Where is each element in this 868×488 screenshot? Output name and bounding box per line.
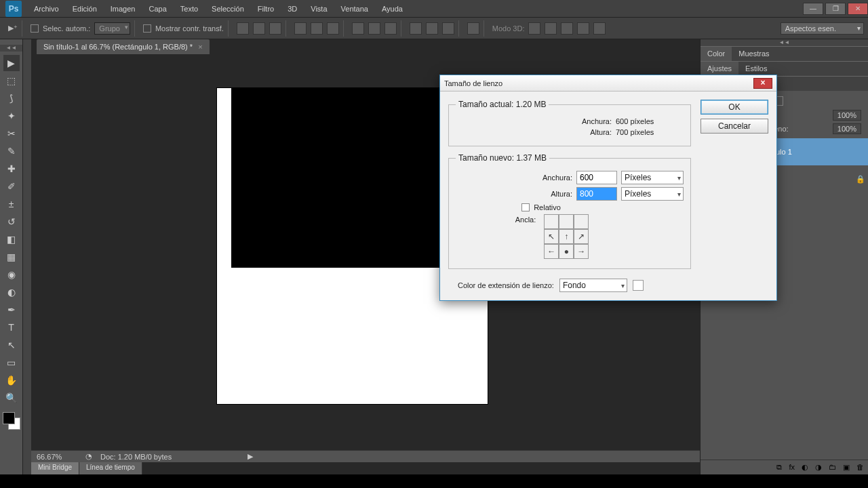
mask-icon[interactable]: ◐ xyxy=(802,463,808,472)
ok-button[interactable]: OK xyxy=(701,100,768,115)
move-tool[interactable]: ▶ xyxy=(3,55,20,71)
menu-capa[interactable]: Capa xyxy=(142,5,173,13)
3d-icon[interactable] xyxy=(593,22,606,35)
brush-tool[interactable]: ✐ xyxy=(3,178,20,195)
lock-icon[interactable]: 🔒 xyxy=(856,175,864,183)
lasso-tool[interactable]: ⟆ xyxy=(3,90,20,106)
align-icon[interactable] xyxy=(253,22,265,35)
3d-icon[interactable] xyxy=(561,22,573,35)
relative-checkbox[interactable] xyxy=(521,203,530,211)
left-collapsed-dock[interactable] xyxy=(23,39,31,474)
align-icon[interactable] xyxy=(269,22,281,35)
auto-select-checkbox[interactable] xyxy=(31,24,39,33)
align-icon[interactable] xyxy=(294,22,307,35)
align-icon[interactable] xyxy=(327,22,339,35)
new-layer-icon[interactable]: ▣ xyxy=(843,463,850,472)
stamp-tool[interactable]: ± xyxy=(3,196,20,212)
menu-ayuda[interactable]: Ayuda xyxy=(375,5,410,13)
tab-timeline[interactable]: Línea de tiempo xyxy=(79,462,142,474)
tab-color[interactable]: Color xyxy=(701,47,732,61)
3d-icon[interactable] xyxy=(577,22,589,35)
pen-tool[interactable]: ✒ xyxy=(3,302,20,318)
fg-color-icon[interactable] xyxy=(3,412,15,424)
menu-edicion[interactable]: Edición xyxy=(66,5,104,13)
distribute-icon[interactable] xyxy=(442,22,454,35)
new-width-unit-select[interactable]: Píxeles xyxy=(621,171,684,184)
menu-vista[interactable]: Vista xyxy=(304,5,334,13)
dodge-tool[interactable]: ◐ xyxy=(3,284,20,300)
minimize-button[interactable]: — xyxy=(803,3,823,15)
distribute-icon[interactable] xyxy=(384,22,397,35)
show-transform-checkbox[interactable] xyxy=(143,24,151,33)
blur-tool[interactable]: ◉ xyxy=(3,266,20,283)
zoom-level[interactable]: 66.67% xyxy=(37,453,77,461)
status-arrow-icon[interactable]: ▶ xyxy=(248,452,253,461)
history-brush-tool[interactable]: ↺ xyxy=(3,214,20,230)
menu-3d[interactable]: 3D xyxy=(281,5,304,13)
new-height-input[interactable] xyxy=(576,187,617,201)
fill-value[interactable]: 100% xyxy=(833,123,861,134)
distribute-icon[interactable] xyxy=(410,22,422,35)
dialog-close-button[interactable]: × xyxy=(753,78,772,89)
anchor-mid-left-arrow[interactable]: ↖ xyxy=(544,229,559,244)
tab-swatches[interactable]: Muestras xyxy=(732,47,776,61)
tab-adjustments[interactable]: Ajustes xyxy=(701,62,738,76)
menu-filtro[interactable]: Filtro xyxy=(251,5,281,13)
type-tool[interactable]: T xyxy=(3,319,20,336)
eraser-tool[interactable]: ◧ xyxy=(3,231,20,247)
anchor-top-right[interactable] xyxy=(574,214,589,229)
anchor-top[interactable] xyxy=(559,214,574,229)
heal-tool[interactable]: ✚ xyxy=(3,161,20,177)
align-icon[interactable] xyxy=(237,22,249,35)
crop-tool[interactable]: ✂ xyxy=(3,125,20,142)
color-swatches[interactable] xyxy=(3,412,20,430)
shape-tool[interactable]: ▭ xyxy=(3,354,20,371)
new-width-input[interactable] xyxy=(576,171,617,184)
anchor-mid-right-arrow[interactable]: ↗ xyxy=(574,229,589,244)
tab-styles[interactable]: Estilos xyxy=(738,62,774,76)
menu-texto[interactable]: Texto xyxy=(174,5,205,13)
maximize-button[interactable]: ❐ xyxy=(825,3,846,15)
eyedropper-tool[interactable]: ✎ xyxy=(3,143,20,159)
document-tab[interactable]: Sin título-1 al 66.7% (Rectángulo 1, RGB… xyxy=(37,39,210,54)
cancel-button[interactable]: Cancelar xyxy=(701,119,768,134)
anchor-right-arrow[interactable]: → xyxy=(574,244,589,259)
distribute-icon[interactable] xyxy=(352,22,364,35)
opacity-value[interactable]: 100% xyxy=(833,110,861,121)
close-tab-icon[interactable]: × xyxy=(198,43,202,51)
trash-icon[interactable]: 🗑 xyxy=(856,463,864,472)
align-icon[interactable] xyxy=(311,22,323,35)
menu-ventana[interactable]: Ventana xyxy=(334,5,375,13)
workspace-switcher[interactable]: Aspectos esen. xyxy=(781,22,864,35)
dialog-titlebar[interactable]: Tamaño de lienzo × xyxy=(440,75,776,92)
link-icon[interactable]: ⧉ xyxy=(776,463,782,472)
3d-icon[interactable] xyxy=(528,22,540,35)
extension-color-swatch[interactable] xyxy=(633,280,644,291)
gradient-tool[interactable]: ▦ xyxy=(3,249,20,265)
new-height-unit-select[interactable]: Píxeles xyxy=(621,187,684,201)
menu-archivo[interactable]: Archivo xyxy=(27,5,66,13)
fill-layer-icon[interactable]: ◑ xyxy=(815,463,822,472)
3d-icon[interactable] xyxy=(545,22,557,35)
fx-icon[interactable]: fx xyxy=(789,463,795,472)
zoom-tool[interactable]: 🔍 xyxy=(3,390,20,406)
group-icon[interactable]: 🗀 xyxy=(829,463,836,472)
close-button[interactable]: ✕ xyxy=(848,3,868,15)
wand-tool[interactable]: ✦ xyxy=(3,108,20,124)
distribute-icon[interactable] xyxy=(368,22,380,35)
distribute-icon[interactable] xyxy=(426,22,438,35)
auto-align-icon[interactable] xyxy=(467,22,479,35)
marquee-tool[interactable]: ⬚ xyxy=(3,73,20,89)
menu-seleccion[interactable]: Selección xyxy=(205,5,251,13)
anchor-center[interactable]: ● xyxy=(559,244,574,259)
anchor-left-arrow[interactable]: ← xyxy=(544,244,559,259)
anchor-up-arrow[interactable]: ↑ xyxy=(559,229,574,244)
hand-tool[interactable]: ✋ xyxy=(3,372,20,388)
menu-imagen[interactable]: Imagen xyxy=(104,5,142,13)
extension-color-select[interactable]: Fondo xyxy=(559,279,627,292)
anchor-top-left[interactable] xyxy=(544,214,559,229)
path-tool[interactable]: ↖ xyxy=(3,337,20,353)
auto-select-dropdown[interactable]: Grupo xyxy=(94,22,130,35)
info-icon[interactable]: ◔ xyxy=(85,452,92,461)
toolbox-collapse-icon[interactable]: ◄◄ xyxy=(0,45,22,52)
